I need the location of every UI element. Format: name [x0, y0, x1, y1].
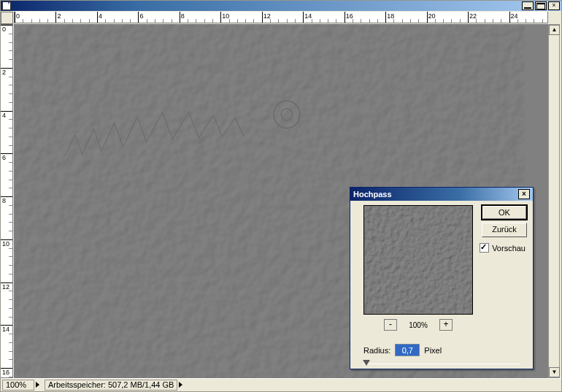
- scroll-down-button[interactable]: ▼: [549, 367, 560, 377]
- radius-label: Radius:: [363, 346, 390, 355]
- dialog-titlebar[interactable]: Hochpass ×: [350, 188, 533, 201]
- slider-thumb[interactable]: [363, 360, 370, 366]
- zoom-out-button[interactable]: -: [384, 319, 397, 331]
- ruler-tick-label: 12: [2, 283, 9, 291]
- close-button[interactable]: ×: [548, 1, 560, 10]
- zoom-in-button[interactable]: +: [439, 319, 453, 331]
- dialog-body: - 100% + Radius: Pixel OK Zurück Vorscha…: [350, 201, 533, 369]
- ruler-tick-label: 4: [2, 112, 6, 119]
- cancel-button[interactable]: Zurück: [482, 223, 527, 237]
- ruler-tick-label: 2: [57, 12, 61, 20]
- maximize-button[interactable]: [535, 1, 547, 10]
- status-menu-arrow-icon[interactable]: [36, 380, 42, 391]
- ruler-origin[interactable]: [1, 12, 13, 24]
- preview-checkbox[interactable]: [480, 243, 489, 253]
- ruler-tick-label: 8: [2, 197, 6, 204]
- radius-row: Radius: Pixel: [363, 344, 442, 356]
- minimize-button[interactable]: [522, 1, 534, 10]
- ok-button[interactable]: OK: [482, 205, 527, 220]
- ruler-tick-label: 6: [139, 12, 143, 20]
- ruler-tick-label: 6: [2, 154, 6, 161]
- status-menu-arrow-icon[interactable]: [179, 380, 185, 391]
- ruler-tick-label: 4: [99, 12, 102, 20]
- status-bar: 100% Arbeitsspeicher: 507,2 MB/1,44 GB: [1, 378, 561, 391]
- preview-checkbox-row: Vorschau: [480, 243, 526, 253]
- document-window: × 02468101214161820222426 0246810121416: [0, 0, 562, 392]
- dialog-title: Hochpass: [353, 190, 392, 199]
- ruler-tick-label: 10: [2, 240, 9, 247]
- scroll-up-button[interactable]: ▲: [549, 25, 560, 35]
- ruler-tick-label: 14: [2, 326, 9, 333]
- radius-unit: Pixel: [424, 346, 442, 355]
- preview-zoom-controls: - 100% +: [363, 319, 473, 331]
- radius-input[interactable]: [395, 344, 420, 356]
- ruler-tick-label: 0: [16, 12, 20, 20]
- document-titlebar[interactable]: ×: [1, 1, 561, 11]
- ruler-tick-label: 8: [181, 12, 185, 20]
- radius-slider[interactable]: [363, 360, 520, 369]
- scrollbar-vertical[interactable]: ▲ ▼: [548, 24, 560, 378]
- ok-button-label: OK: [482, 206, 526, 219]
- ruler-horizontal[interactable]: 02468101214161820222426: [14, 12, 548, 23]
- zoom-level[interactable]: 100%: [2, 380, 34, 391]
- ruler-tick-label: 16: [2, 369, 9, 376]
- slider-track: [363, 364, 520, 364]
- dialog-close-button[interactable]: ×: [518, 189, 530, 199]
- filter-preview[interactable]: [363, 205, 473, 315]
- memory-status: Arbeitsspeicher: 507,2 MB/1,44 GB: [45, 380, 177, 391]
- ruler-tick-label: 0: [2, 26, 6, 33]
- ruler-tick-label: 2: [2, 69, 6, 76]
- ruler-vertical[interactable]: 0246810121416: [1, 24, 13, 378]
- preview-checkbox-label: Vorschau: [492, 244, 526, 253]
- document-icon: [2, 1, 11, 10]
- svg-rect-3: [364, 206, 472, 314]
- preview-zoom-percent: 100%: [404, 321, 433, 329]
- highpass-dialog: Hochpass × - 100% + Radius:: [350, 187, 534, 369]
